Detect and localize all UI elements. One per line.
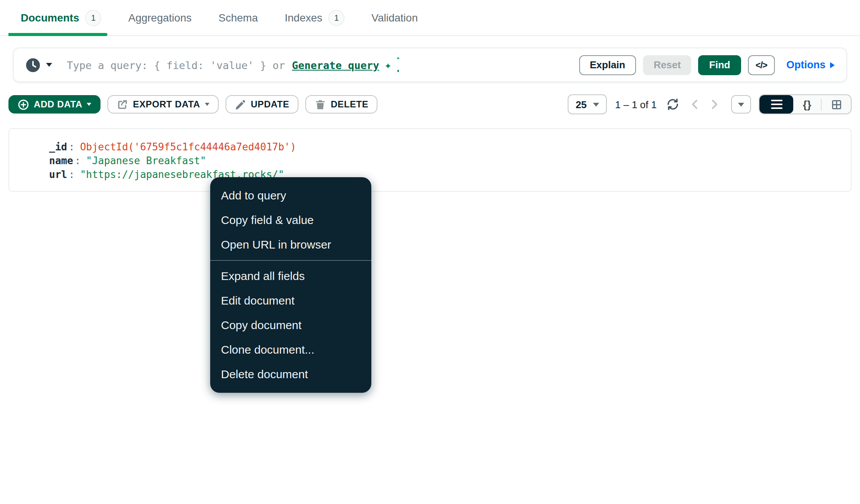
plus-circle-icon: [18, 99, 29, 110]
table-grid-icon: [830, 99, 842, 110]
pagination-controls: 25 1 – 1 of 1: [568, 94, 852, 114]
document-field-name[interactable]: name:"Japanese Breakfast": [49, 154, 851, 168]
expand-collapse-dropdown[interactable]: [731, 95, 751, 114]
braces-icon: {}: [803, 98, 811, 110]
field-value: "Japanese Breakfast": [86, 155, 206, 166]
active-tab-underline: [8, 33, 107, 36]
menu-divider: [210, 260, 371, 261]
find-button[interactable]: Find: [699, 55, 741, 75]
code-icon: </>: [756, 60, 767, 69]
documents-toolbar: ADD DATA EXPORT DATA UPDATE: [8, 94, 852, 114]
explain-button[interactable]: Explain: [579, 55, 636, 75]
field-separator: :: [75, 155, 81, 166]
menu-item-copy-document[interactable]: Copy document: [210, 313, 371, 338]
tab-documents[interactable]: Documents 1: [21, 10, 101, 26]
tab-schema-label: Schema: [219, 12, 258, 24]
query-input[interactable]: Type a query: { field: 'value' } orGener…: [67, 58, 397, 72]
document-field-id[interactable]: _id:ObjectId('6759f5c1fc44446a7ed4017b'): [49, 140, 851, 154]
field-key: name: [49, 155, 73, 166]
tab-documents-count-badge: 1: [85, 10, 101, 26]
tab-documents-label: Documents: [21, 12, 79, 24]
menu-item-add-to-query[interactable]: Add to query: [210, 183, 371, 208]
tab-validation-label: Validation: [371, 12, 418, 24]
chevron-down-icon: [87, 103, 92, 106]
chevron-down-icon: [205, 103, 209, 106]
update-button[interactable]: UPDATE: [226, 95, 299, 114]
refresh-icon: [666, 97, 680, 111]
triangle-right-icon: [830, 62, 835, 68]
delete-label: DELETE: [331, 99, 368, 110]
trash-icon: [315, 99, 326, 110]
chevron-down-icon: [738, 102, 744, 106]
context-menu: Add to query Copy field & value Open URL…: [210, 177, 371, 393]
tab-aggregations[interactable]: Aggregations: [128, 12, 191, 24]
tab-aggregations-label: Aggregations: [128, 12, 191, 24]
menu-item-expand-all-fields[interactable]: Expand all fields: [210, 264, 371, 288]
field-key: url: [49, 169, 67, 180]
reset-button[interactable]: Reset: [643, 55, 692, 75]
next-page-button[interactable]: [708, 98, 720, 110]
field-key: _id: [49, 141, 67, 153]
compass-collection-view: Documents 1 Aggregations Schema Indexes …: [0, 0, 860, 504]
tab-indexes-count-badge: 1: [328, 10, 344, 26]
options-label: Options: [786, 59, 825, 71]
menu-item-copy-field-value[interactable]: Copy field & value: [210, 208, 371, 232]
query-placeholder-text: Type a query: { field: 'value' } or: [67, 59, 285, 71]
page-size-value: 25: [576, 99, 587, 110]
refresh-button[interactable]: [666, 97, 680, 111]
generate-query-link[interactable]: Generate query: [292, 59, 379, 71]
chevron-right-icon: [708, 98, 720, 110]
list-view-icon: [771, 99, 782, 109]
add-data-label: ADD DATA: [34, 99, 82, 110]
update-label: UPDATE: [251, 99, 290, 110]
page-nav: [689, 98, 720, 110]
tab-indexes[interactable]: Indexes 1: [285, 10, 344, 26]
tab-schema[interactable]: Schema: [219, 12, 258, 24]
prev-page-button[interactable]: [689, 98, 701, 110]
table-view-button[interactable]: [822, 95, 851, 114]
field-value: ObjectId('6759f5c1fc44446a7ed4017b'): [80, 141, 297, 153]
export-to-language-button[interactable]: </>: [748, 55, 775, 75]
json-view-button[interactable]: {}: [793, 95, 821, 114]
chevron-down-icon: [46, 63, 52, 67]
query-history-button[interactable]: [25, 57, 52, 72]
pencil-icon: [235, 99, 246, 110]
delete-button[interactable]: DELETE: [305, 95, 377, 114]
document-card[interactable]: _id:ObjectId('6759f5c1fc44446a7ed4017b')…: [8, 128, 852, 192]
field-separator: :: [69, 141, 75, 153]
menu-item-delete-document[interactable]: Delete document: [210, 362, 371, 387]
menu-item-clone-document[interactable]: Clone document...: [210, 338, 371, 362]
query-bar-buttons: Explain Reset Find </> Options: [579, 55, 835, 75]
menu-item-edit-document[interactable]: Edit document: [210, 288, 371, 313]
export-data-button[interactable]: EXPORT DATA: [108, 95, 219, 114]
tab-indexes-label: Indexes: [285, 12, 322, 24]
chevron-left-icon: [689, 98, 701, 110]
menu-item-open-url[interactable]: Open URL in browser: [210, 232, 371, 257]
sparkle-icon: ✦✦: [385, 58, 397, 72]
chevron-down-icon: [593, 102, 599, 106]
add-data-button[interactable]: ADD DATA: [8, 95, 101, 114]
export-icon: [117, 99, 129, 110]
collection-tabbar: Documents 1 Aggregations Schema Indexes …: [0, 0, 860, 36]
page-size-select[interactable]: 25: [568, 94, 607, 114]
result-range-label: 1 – 1 of 1: [615, 99, 657, 110]
tab-validation[interactable]: Validation: [371, 12, 418, 24]
view-switcher: {}: [759, 94, 852, 114]
document-field-url[interactable]: url:"https://japanesebreakfast.rocks/": [49, 168, 851, 182]
query-bar: Type a query: { field: 'value' } orGener…: [13, 48, 847, 82]
list-view-button[interactable]: [760, 95, 793, 114]
export-data-label: EXPORT DATA: [133, 99, 200, 110]
options-toggle[interactable]: Options: [786, 59, 835, 71]
clock-icon: [25, 57, 41, 72]
field-separator: :: [69, 169, 75, 180]
